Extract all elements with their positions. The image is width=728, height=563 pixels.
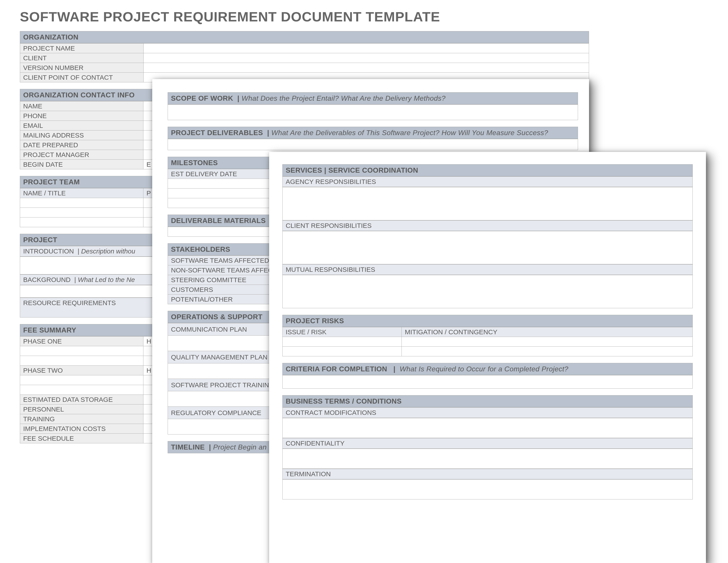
- fee-row-label: TRAINING: [20, 414, 143, 424]
- fee-row-label: [20, 385, 143, 395]
- ops-row-value[interactable]: [168, 336, 278, 351]
- contact-row-label: DATE PREPARED: [20, 140, 143, 150]
- organization-table: PROJECT NAMECLIENTVERSION NUMBERCLIENT P…: [20, 43, 589, 82]
- terms-row-label: CONTRACT MODIFICATIONS: [282, 407, 693, 418]
- services-row-value[interactable]: [283, 231, 693, 264]
- org-row-label: PROJECT NAME: [20, 43, 144, 53]
- stakeholder-row: CUSTOMERS: [168, 285, 280, 295]
- fee-row-label: FEE SCHEDULE: [20, 434, 143, 443]
- contact-row-label: BEGIN DATE: [20, 160, 143, 169]
- project-background-row: BACKGROUND | What Led to the Ne: [20, 274, 161, 285]
- deliverables-hint: What Are the Deliverables of This Softwa…: [271, 129, 548, 137]
- contact-block: ORGANIZATION CONTACT INFO NAMEPHONEEMAIL…: [20, 89, 161, 169]
- deliverables-label: PROJECT DELIVERABLES: [171, 129, 263, 137]
- ops-table: COMMUNICATION PLANQUALITY MANAGEMENT PLA…: [168, 323, 278, 435]
- risks-col-mitigation: MITIGATION / CONTINGENCY: [402, 327, 693, 337]
- team-block: PROJECT TEAM NAME / TITLEP: [20, 176, 161, 227]
- project-intro-hint: Description withou: [81, 247, 135, 255]
- stakeholder-row: NON-SOFTWARE TEAMS AFFECT: [168, 265, 280, 275]
- timeline-hint: Project Begin an: [213, 443, 267, 451]
- criteria-hint: What Is Required to Occur for a Complete…: [400, 365, 568, 373]
- stakeholders-header: STAKEHOLDERS: [168, 243, 278, 255]
- team-header: PROJECT TEAM: [20, 176, 161, 188]
- services-row-value[interactable]: [283, 275, 693, 308]
- terms-row-value[interactable]: [283, 480, 693, 499]
- milestones-est-date: EST DELIVERY DATE: [168, 169, 278, 179]
- contact-row-label: EMAIL: [20, 121, 143, 130]
- terms-row-label: TERMINATION: [282, 469, 693, 479]
- services-row-label: AGENCY RESPONSIBILITIES: [282, 176, 693, 187]
- fee-row-label: [20, 375, 143, 385]
- risks-header: PROJECT RISKS: [282, 315, 693, 327]
- org-row-label: CLIENT POINT OF CONTACT: [20, 73, 144, 82]
- fee-table: PHASE ONEHPHASE TWOHESTIMATED DATA STORA…: [20, 336, 161, 443]
- terms-row-label: CONFIDENTIALITY: [282, 438, 693, 449]
- criteria-header: CRITERIA FOR COMPLETION | What Is Requir…: [282, 363, 693, 375]
- ops-header: OPERATIONS & SUPPORT: [168, 311, 278, 323]
- ops-row-label: REGULATORY COMPLIANCE: [168, 407, 278, 419]
- project-intro-row: INTRODUCTION | Description withou: [20, 246, 161, 256]
- org-row-label: VERSION NUMBER: [20, 63, 144, 73]
- fee-row-label: ESTIMATED DATA STORAGE: [20, 395, 143, 405]
- document-title: SOFTWARE PROJECT REQUIREMENT DOCUMENT TE…: [0, 0, 728, 31]
- scope-label: SCOPE OF WORK: [171, 94, 233, 102]
- project-intro-label: INTRODUCTION: [23, 247, 74, 255]
- project-block: PROJECT INTRODUCTION | Description witho…: [20, 234, 161, 318]
- fee-row-label: PHASE TWO: [20, 366, 143, 375]
- contact-header: ORGANIZATION CONTACT INFO: [20, 89, 161, 101]
- terms-row-value[interactable]: [283, 449, 693, 469]
- fee-row-label: PERSONNEL: [20, 405, 143, 414]
- fee-row-label: [20, 346, 143, 356]
- contact-row-label: MAILING ADDRESS: [20, 130, 143, 140]
- team-col-name: NAME / TITLE: [20, 188, 143, 198]
- criteria-label: CRITERIA FOR COMPLETION: [286, 365, 387, 373]
- ops-row-value[interactable]: [168, 364, 278, 379]
- ops-row-label: COMMUNICATION PLAN: [168, 323, 278, 336]
- terms-row-value[interactable]: [283, 418, 693, 438]
- ops-row-value[interactable]: [168, 419, 278, 435]
- org-row-value[interactable]: [144, 43, 589, 53]
- deliverables-header: PROJECT DELIVERABLES | What Are the Deli…: [168, 127, 578, 139]
- terms-header: BUSINESS TERMS / CONDITIONS: [282, 395, 693, 407]
- fee-row-label: PHASE ONE: [20, 337, 143, 346]
- ops-row-label: SOFTWARE PROJECT TRAINING: [168, 379, 278, 391]
- fee-block: FEE SUMMARY PHASE ONEHPHASE TWOHESTIMATE…: [20, 324, 161, 443]
- del-materials-header: DELIVERABLE MATERIALS | W: [168, 214, 278, 227]
- project-background-label: BACKGROUND: [23, 276, 71, 283]
- project-resource-row: RESOURCE REQUIREMENTS: [20, 298, 161, 318]
- services-header: SERVICES | SERVICE COORDINATION: [282, 164, 693, 176]
- team-table: NAME / TITLEP: [20, 188, 161, 227]
- org-row-label: CLIENT: [20, 53, 144, 63]
- contact-row-label: NAME: [20, 101, 143, 111]
- project-header: PROJECT: [20, 234, 161, 246]
- page-3: SERVICES | SERVICE COORDINATION AGENCY R…: [269, 152, 706, 563]
- risks-col-issue: ISSUE / RISK: [283, 327, 402, 337]
- stakeholders-table: SOFTWARE TEAMS AFFECTEDNON-SOFTWARE TEAM…: [168, 255, 280, 304]
- timeline-label: TIMELINE: [171, 443, 205, 451]
- stakeholder-row: STEERING COMMITTEE: [168, 275, 280, 285]
- services-row-label: MUTUAL RESPONSIBILITIES: [282, 264, 693, 275]
- contact-table: NAMEPHONEEMAILMAILING ADDRESSDATE PREPAR…: [20, 101, 161, 169]
- fee-row-label: IMPLEMENTATION COSTS: [20, 424, 143, 434]
- ops-row-label: QUALITY MANAGEMENT PLAN: [168, 351, 278, 364]
- organization-header: ORGANIZATION: [20, 31, 589, 43]
- contact-row-label: PROJECT MANAGER: [20, 150, 143, 160]
- organization-block: ORGANIZATION PROJECT NAMECLIENTVERSION N…: [20, 31, 589, 82]
- fee-row-label: [20, 356, 143, 366]
- stakeholder-row: SOFTWARE TEAMS AFFECTED: [168, 256, 280, 265]
- org-row-value[interactable]: [144, 63, 589, 73]
- scope-hint: What Does the Project Entail? What Are t…: [242, 94, 446, 102]
- project-background-hint: What Led to the Ne: [78, 276, 135, 283]
- risks-table: ISSUE / RISK MITIGATION / CONTINGENCY: [282, 327, 693, 356]
- org-row-value[interactable]: [144, 53, 589, 63]
- scope-header: SCOPE OF WORK | What Does the Project En…: [168, 92, 578, 104]
- stakeholder-row: POTENTIAL/OTHER: [168, 295, 280, 304]
- contact-row-label: PHONE: [20, 111, 143, 121]
- del-materials-label: DELIVERABLE MATERIALS: [171, 216, 266, 224]
- services-row-value[interactable]: [283, 187, 693, 220]
- milestones-header: MILESTONES: [168, 157, 278, 169]
- ops-row-value[interactable]: [168, 391, 278, 407]
- timeline-header: TIMELINE | Project Begin an: [168, 441, 278, 453]
- fee-header: FEE SUMMARY: [20, 324, 161, 336]
- services-row-label: CLIENT RESPONSIBILITIES: [282, 220, 693, 231]
